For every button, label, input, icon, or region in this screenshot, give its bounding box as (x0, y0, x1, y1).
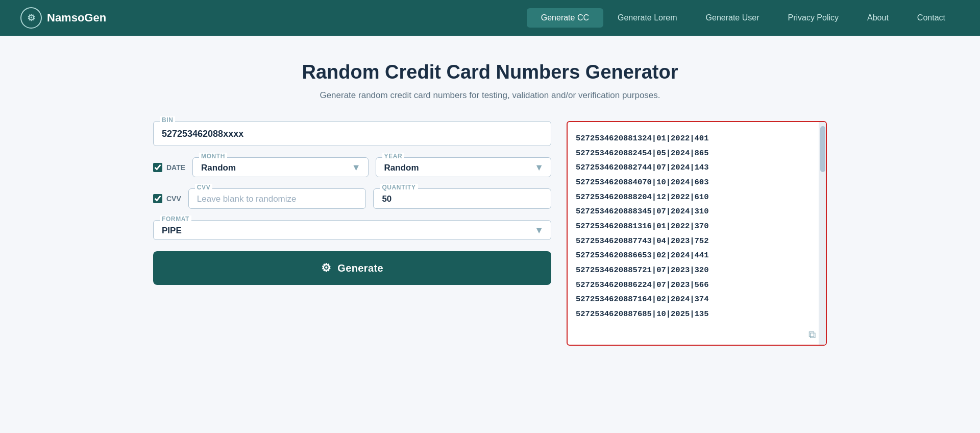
format-chevron-icon: ▼ (534, 225, 544, 235)
quantity-input-group: QUANTITY (373, 188, 551, 209)
nav-links: Generate CC Generate Lorem Generate User… (527, 8, 960, 28)
month-select[interactable]: Random 010203 040506 070809 101112 (201, 161, 345, 174)
result-entry: 5272534620882744|07|2024|143 (576, 160, 818, 175)
year-chevron-icon: ▼ (534, 162, 544, 173)
generate-button-label: Generate (337, 262, 383, 274)
page-content: Random Credit Card Numbers Generator Gen… (133, 36, 847, 366)
result-label: RESULT (575, 121, 608, 124)
result-entry: 5272534620888204|12|2022|610 (576, 190, 818, 205)
copy-icon-button[interactable]: ⧉ (808, 329, 816, 341)
month-label: MONTH (199, 153, 227, 160)
result-entry: 5272534620888345|07|2024|310 (576, 204, 818, 219)
bin-input[interactable] (162, 126, 543, 140)
logo-text: NamsoGen (47, 11, 106, 25)
format-label: FORMAT (160, 215, 191, 223)
gear-icon: ⚙ (321, 261, 331, 275)
nav-privacy-policy[interactable]: Privacy Policy (773, 8, 853, 28)
result-panel: RESULT 5272534620881324|01|2022|40152725… (567, 121, 827, 346)
cvv-input-group: CVV (188, 188, 366, 209)
month-chevron-icon: ▼ (352, 162, 361, 173)
cvv-inline-fields: CVV QUANTITY (188, 188, 551, 209)
date-checkbox-label[interactable]: DATE (153, 163, 185, 172)
left-panel: BIN DATE MONTH Random 010203 040506 (153, 121, 551, 285)
result-entry: 5272534620886653|02|2024|441 (576, 248, 818, 263)
page-subtitle: Generate random credit card numbers for … (153, 90, 827, 101)
result-entry: 5272534620887164|02|2024|374 (576, 292, 818, 307)
nav-contact[interactable]: Contact (903, 8, 960, 28)
quantity-input[interactable] (382, 192, 543, 205)
scrollbar-thumb (820, 126, 825, 172)
month-select-group: MONTH Random 010203 040506 070809 101112… (192, 157, 368, 177)
logo-link[interactable]: ⚙ NamsoGen (20, 7, 106, 29)
year-select[interactable]: Random 202220232024 202520262027 2028202… (384, 161, 528, 174)
cvv-label: CVV (195, 184, 212, 191)
date-row: DATE MONTH Random 010203 040506 070809 1… (153, 157, 551, 177)
date-checkbox[interactable] (153, 163, 162, 172)
nav-generate-lorem[interactable]: Generate Lorem (603, 8, 692, 28)
cvv-input[interactable] (197, 192, 358, 205)
result-entry: 5272534620886224|07|2023|566 (576, 278, 818, 293)
format-select[interactable]: PIPE CSV JSON CUSTOM (162, 224, 528, 236)
year-select-group: YEAR Random 202220232024 202520262027 20… (376, 157, 551, 177)
result-entry: 5272534620887685|10|2025|135 (576, 307, 818, 322)
format-select-group: FORMAT PIPE CSV JSON CUSTOM ▼ (153, 220, 551, 240)
cvv-checkbox[interactable] (153, 194, 162, 203)
result-entry: 5272534620887743|04|2023|752 (576, 234, 818, 249)
result-entry: 5272534620882454|05|2024|865 (576, 146, 818, 161)
quantity-label: QUANTITY (380, 184, 418, 191)
result-list: 5272534620881324|01|2022|401527253462088… (576, 129, 818, 322)
nav-generate-user[interactable]: Generate User (692, 8, 774, 28)
date-inline-fields: MONTH Random 010203 040506 070809 101112… (192, 157, 551, 177)
nav-generate-cc[interactable]: Generate CC (527, 8, 603, 28)
cvv-row: CVV CVV QUANTITY (153, 188, 551, 209)
generate-button[interactable]: ⚙ Generate (153, 251, 551, 285)
page-title: Random Credit Card Numbers Generator (153, 61, 827, 83)
main-grid: BIN DATE MONTH Random 010203 040506 (153, 121, 827, 346)
result-entry: 5272534620884070|10|2024|603 (576, 175, 818, 190)
cvv-checkbox-label[interactable]: CVV (153, 194, 181, 203)
result-scrollbar[interactable] (819, 122, 826, 345)
year-label: YEAR (382, 153, 405, 160)
nav-about[interactable]: About (853, 8, 903, 28)
bin-label: BIN (160, 116, 175, 124)
navbar: ⚙ NamsoGen Generate CC Generate Lorem Ge… (0, 0, 980, 36)
result-entry: 5272534620885721|07|2023|320 (576, 263, 818, 278)
bin-field-group: BIN (153, 121, 551, 146)
result-entry: 5272534620881316|01|2022|370 (576, 219, 818, 234)
logo-icon: ⚙ (20, 7, 42, 29)
result-entry: 5272534620881324|01|2022|401 (576, 131, 818, 146)
